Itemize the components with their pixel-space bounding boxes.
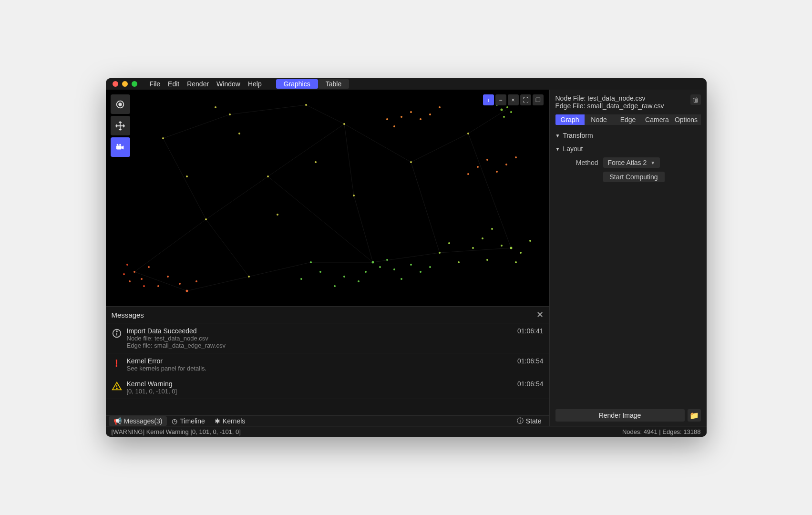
window-button[interactable]: ❐ bbox=[533, 94, 544, 105]
svg-point-87 bbox=[229, 113, 231, 115]
rtab-options[interactable]: Options bbox=[672, 114, 701, 125]
minus-button[interactable]: − bbox=[495, 94, 506, 105]
svg-point-89 bbox=[467, 133, 469, 134]
svg-point-84 bbox=[353, 195, 355, 196]
svg-line-10 bbox=[206, 219, 249, 277]
rtab-graph[interactable]: Graph bbox=[555, 114, 585, 125]
svg-point-47 bbox=[500, 109, 503, 111]
right-content: Transform Layout Method Force Atlas 2 St… bbox=[550, 125, 707, 188]
svg-line-19 bbox=[187, 277, 249, 291]
svg-point-65 bbox=[410, 264, 412, 266]
message-body: Import Data Succeeded Node file: test_da… bbox=[127, 327, 513, 349]
menubar: File Edit Render Window Help bbox=[150, 80, 262, 88]
message-detail: Node file: test_data_node.csv bbox=[127, 335, 513, 342]
svg-point-71 bbox=[472, 247, 474, 249]
fullscreen-button[interactable]: ⛶ bbox=[520, 94, 531, 105]
graph-viewport[interactable]: i − × ⛶ ❐ bbox=[106, 90, 549, 306]
info-icon bbox=[112, 328, 122, 339]
svg-line-9 bbox=[440, 248, 511, 253]
svg-point-91 bbox=[238, 133, 240, 134]
window-maximize-button[interactable] bbox=[132, 81, 137, 87]
svg-line-8 bbox=[373, 253, 440, 262]
edges-count: 13188 bbox=[683, 428, 700, 435]
svg-line-18 bbox=[134, 272, 187, 291]
right-panel: Node File: test_data_node.csv Edge File:… bbox=[549, 90, 707, 426]
render-image-button[interactable]: Render Image bbox=[555, 409, 685, 422]
tab-graphics[interactable]: Graphics bbox=[276, 79, 318, 89]
svg-point-23 bbox=[141, 278, 143, 280]
message-title: Import Data Succeeded bbox=[127, 327, 513, 335]
section-layout[interactable]: Layout bbox=[555, 142, 701, 155]
section-transform[interactable]: Transform bbox=[555, 129, 701, 142]
messages-close-icon[interactable]: ✕ bbox=[536, 309, 544, 320]
node-file-label: Node File: bbox=[555, 94, 588, 102]
svg-line-6 bbox=[344, 124, 354, 196]
tab-kernels[interactable]: ✱ Kernels bbox=[210, 416, 250, 426]
svg-point-37 bbox=[429, 113, 431, 115]
svg-line-14 bbox=[230, 105, 306, 114]
svg-point-58 bbox=[401, 278, 402, 280]
svg-point-29 bbox=[179, 283, 181, 285]
move-tool[interactable] bbox=[111, 116, 130, 135]
svg-point-32 bbox=[123, 273, 125, 275]
edge-file-value: small_data_edge_raw.csv bbox=[587, 102, 664, 110]
svg-point-50 bbox=[510, 111, 512, 113]
svg-point-94 bbox=[315, 161, 317, 163]
delete-icon[interactable]: 🗑 bbox=[690, 94, 701, 105]
bottom-tabs: 📢 Messages(3) ◷ Timeline ✱ Kernels ⓘ S bbox=[106, 415, 549, 426]
svg-line-16 bbox=[268, 176, 373, 262]
svg-line-4 bbox=[411, 134, 468, 162]
messages-panel: Messages ✕ Import Data Succeeded Node fi… bbox=[106, 306, 549, 426]
menu-file[interactable]: File bbox=[150, 80, 161, 88]
svg-point-24 bbox=[129, 280, 131, 282]
method-label: Method bbox=[565, 159, 598, 166]
svg-point-36 bbox=[420, 118, 421, 120]
camera-tool[interactable] bbox=[111, 137, 130, 157]
close-viewport-button[interactable]: × bbox=[508, 94, 519, 105]
menu-edit[interactable]: Edit bbox=[168, 80, 179, 88]
message-row[interactable]: Import Data Succeeded Node file: test_da… bbox=[106, 323, 549, 353]
svg-point-102 bbox=[116, 331, 117, 332]
method-dropdown[interactable]: Force Atlas 2 bbox=[603, 157, 660, 168]
svg-point-83 bbox=[410, 161, 412, 163]
section-transform-label: Transform bbox=[563, 132, 593, 139]
message-detail: [0, 101, 0, -101, 0] bbox=[127, 388, 513, 395]
svg-point-33 bbox=[143, 285, 145, 287]
tab-messages-label: Messages(3) bbox=[124, 417, 163, 425]
svg-point-39 bbox=[386, 118, 388, 120]
info-button[interactable]: i bbox=[483, 94, 494, 105]
svg-point-43 bbox=[496, 171, 498, 173]
svg-point-62 bbox=[310, 261, 312, 263]
svg-point-68 bbox=[439, 252, 441, 254]
rtab-edge[interactable]: Edge bbox=[614, 114, 643, 125]
message-row[interactable]: ! Kernel Error See kernels panel for det… bbox=[106, 353, 549, 376]
graph-visualization bbox=[106, 90, 549, 306]
folder-icon[interactable]: 📁 bbox=[688, 409, 701, 422]
svg-point-88 bbox=[305, 104, 307, 106]
svg-line-2 bbox=[268, 124, 344, 176]
menu-render[interactable]: Render bbox=[187, 80, 209, 88]
start-computing-button[interactable]: Start Computing bbox=[603, 172, 665, 182]
nodes-label: Nodes: bbox=[622, 428, 644, 435]
tab-state[interactable]: ⓘ State bbox=[512, 416, 546, 426]
message-time: 01:06:54 bbox=[517, 357, 544, 365]
rtab-camera[interactable]: Camera bbox=[643, 114, 672, 125]
window-minimize-button[interactable] bbox=[122, 81, 128, 87]
svg-line-11 bbox=[249, 262, 311, 277]
window-close-button[interactable] bbox=[113, 81, 118, 87]
message-row[interactable]: Kernel Warning [0, 101, 0, -101, 0] 01:0… bbox=[106, 376, 549, 399]
tab-messages[interactable]: 📢 Messages(3) bbox=[109, 416, 167, 426]
select-tool[interactable] bbox=[111, 94, 130, 114]
tab-table[interactable]: Table bbox=[318, 79, 349, 89]
status-left: [WARNING] Kernel Warning [0, 101, 0, -10… bbox=[112, 428, 241, 435]
statusbar: [WARNING] Kernel Warning [0, 101, 0, -10… bbox=[106, 426, 707, 437]
svg-point-96 bbox=[119, 103, 122, 106]
svg-line-15 bbox=[411, 162, 440, 253]
menu-window[interactable]: Window bbox=[216, 80, 240, 88]
svg-point-64 bbox=[300, 278, 302, 280]
section-layout-label: Layout bbox=[563, 145, 583, 153]
rtab-node[interactable]: Node bbox=[585, 114, 614, 125]
megaphone-icon: 📢 bbox=[113, 417, 122, 425]
menu-help[interactable]: Help bbox=[248, 80, 262, 88]
tab-timeline[interactable]: ◷ Timeline bbox=[167, 416, 209, 426]
